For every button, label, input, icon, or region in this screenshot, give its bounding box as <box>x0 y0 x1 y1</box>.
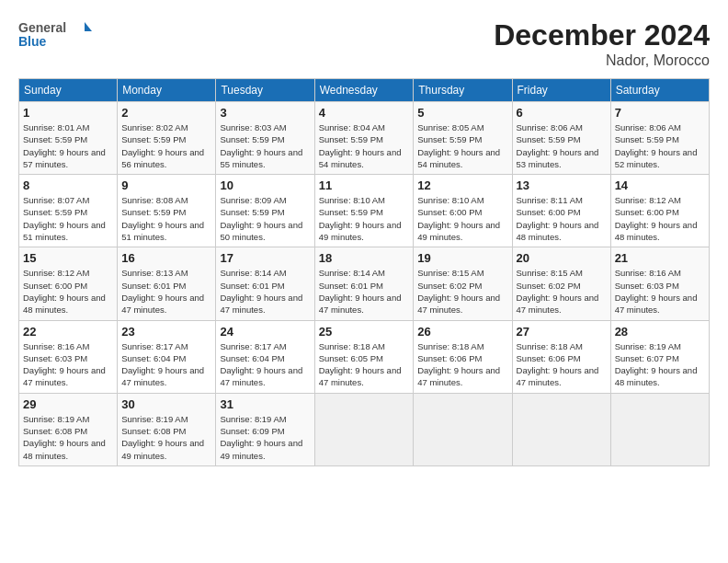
calendar-cell: 10 Sunrise: 8:09 AMSunset: 5:59 PMDaylig… <box>216 175 314 247</box>
day-number: 6 <box>517 106 607 120</box>
day-number: 24 <box>220 325 310 339</box>
calendar-cell: 4 Sunrise: 8:04 AMSunset: 5:59 PMDayligh… <box>314 102 414 175</box>
day-number: 29 <box>23 397 113 411</box>
calendar-cell: 18 Sunrise: 8:14 AMSunset: 6:01 PMDaylig… <box>314 247 414 320</box>
day-info: Sunrise: 8:10 AMSunset: 5:59 PMDaylight:… <box>319 194 410 243</box>
day-number: 16 <box>121 251 211 265</box>
calendar-cell: 5 Sunrise: 8:05 AMSunset: 5:59 PMDayligh… <box>414 102 512 175</box>
calendar-cell <box>314 393 414 465</box>
day-info: Sunrise: 8:12 AMSunset: 6:00 PMDaylight:… <box>23 267 113 316</box>
calendar-week-row: 29 Sunrise: 8:19 AMSunset: 6:08 PMDaylig… <box>19 393 710 465</box>
header: General Blue December 2024 Nador, Morocc… <box>18 18 710 69</box>
day-info: Sunrise: 8:08 AMSunset: 5:59 PMDaylight:… <box>121 194 211 243</box>
day-number: 21 <box>615 251 705 265</box>
day-number: 30 <box>121 397 211 411</box>
calendar-week-row: 8 Sunrise: 8:07 AMSunset: 5:59 PMDayligh… <box>19 175 710 247</box>
calendar-cell: 25 Sunrise: 8:18 AMSunset: 6:05 PMDaylig… <box>314 320 414 393</box>
day-number: 27 <box>517 325 607 339</box>
calendar-cell: 28 Sunrise: 8:19 AMSunset: 6:07 PMDaylig… <box>610 320 709 393</box>
day-number: 28 <box>615 325 705 339</box>
col-saturday: Saturday <box>610 79 709 102</box>
day-info: Sunrise: 8:16 AMSunset: 6:03 PMDaylight:… <box>615 267 705 316</box>
day-info: Sunrise: 8:18 AMSunset: 6:06 PMDaylight:… <box>417 340 507 389</box>
calendar-cell: 13 Sunrise: 8:11 AMSunset: 6:00 PMDaylig… <box>512 175 610 247</box>
calendar-cell <box>512 393 610 465</box>
day-info: Sunrise: 8:04 AMSunset: 5:59 PMDaylight:… <box>319 121 410 170</box>
calendar-cell: 1 Sunrise: 8:01 AMSunset: 5:59 PMDayligh… <box>19 102 118 175</box>
svg-marker-2 <box>85 22 92 31</box>
day-number: 20 <box>517 251 607 265</box>
day-info: Sunrise: 8:14 AMSunset: 6:01 PMDaylight:… <box>220 267 310 316</box>
calendar-header-row: Sunday Monday Tuesday Wednesday Thursday… <box>19 79 710 102</box>
day-info: Sunrise: 8:15 AMSunset: 6:02 PMDaylight:… <box>517 267 607 316</box>
month-title: December 2024 <box>494 18 710 52</box>
calendar-cell: 20 Sunrise: 8:15 AMSunset: 6:02 PMDaylig… <box>512 247 610 320</box>
calendar-cell: 11 Sunrise: 8:10 AMSunset: 5:59 PMDaylig… <box>314 175 414 247</box>
day-info: Sunrise: 8:07 AMSunset: 5:59 PMDaylight:… <box>23 194 113 243</box>
col-wednesday: Wednesday <box>314 79 414 102</box>
day-number: 4 <box>319 106 410 120</box>
day-number: 23 <box>121 325 211 339</box>
day-number: 14 <box>615 178 705 192</box>
day-number: 13 <box>517 178 607 192</box>
calendar-cell: 31 Sunrise: 8:19 AMSunset: 6:09 PMDaylig… <box>216 393 314 465</box>
day-info: Sunrise: 8:19 AMSunset: 6:08 PMDaylight:… <box>121 413 211 462</box>
day-number: 22 <box>23 325 113 339</box>
day-info: Sunrise: 8:11 AMSunset: 6:00 PMDaylight:… <box>517 194 607 243</box>
calendar-cell: 27 Sunrise: 8:18 AMSunset: 6:06 PMDaylig… <box>512 320 610 393</box>
day-number: 12 <box>417 178 507 192</box>
logo: General Blue <box>18 18 92 52</box>
calendar-cell: 21 Sunrise: 8:16 AMSunset: 6:03 PMDaylig… <box>610 247 709 320</box>
calendar-cell: 15 Sunrise: 8:12 AMSunset: 6:00 PMDaylig… <box>19 247 118 320</box>
page: General Blue December 2024 Nador, Morocc… <box>0 0 728 563</box>
calendar-cell: 9 Sunrise: 8:08 AMSunset: 5:59 PMDayligh… <box>118 175 216 247</box>
day-number: 15 <box>23 251 113 265</box>
day-info: Sunrise: 8:16 AMSunset: 6:03 PMDaylight:… <box>23 340 113 389</box>
calendar-cell <box>610 393 709 465</box>
calendar-cell: 24 Sunrise: 8:17 AMSunset: 6:04 PMDaylig… <box>216 320 314 393</box>
col-tuesday: Tuesday <box>216 79 314 102</box>
day-number: 17 <box>220 251 310 265</box>
calendar-cell: 22 Sunrise: 8:16 AMSunset: 6:03 PMDaylig… <box>19 320 118 393</box>
day-info: Sunrise: 8:13 AMSunset: 6:01 PMDaylight:… <box>121 267 211 316</box>
calendar-cell: 30 Sunrise: 8:19 AMSunset: 6:08 PMDaylig… <box>118 393 216 465</box>
calendar-cell: 16 Sunrise: 8:13 AMSunset: 6:01 PMDaylig… <box>118 247 216 320</box>
day-number: 18 <box>319 251 410 265</box>
calendar-cell: 12 Sunrise: 8:10 AMSunset: 6:00 PMDaylig… <box>414 175 512 247</box>
calendar-cell: 29 Sunrise: 8:19 AMSunset: 6:08 PMDaylig… <box>19 393 118 465</box>
day-info: Sunrise: 8:09 AMSunset: 5:59 PMDaylight:… <box>220 194 310 243</box>
col-friday: Friday <box>512 79 610 102</box>
calendar-week-row: 22 Sunrise: 8:16 AMSunset: 6:03 PMDaylig… <box>19 320 710 393</box>
svg-text:Blue: Blue <box>18 34 47 49</box>
day-info: Sunrise: 8:18 AMSunset: 6:06 PMDaylight:… <box>517 340 607 389</box>
day-number: 31 <box>220 397 310 411</box>
day-number: 19 <box>417 251 507 265</box>
calendar-week-row: 1 Sunrise: 8:01 AMSunset: 5:59 PMDayligh… <box>19 102 710 175</box>
col-sunday: Sunday <box>19 79 118 102</box>
day-info: Sunrise: 8:19 AMSunset: 6:07 PMDaylight:… <box>615 340 705 389</box>
day-info: Sunrise: 8:01 AMSunset: 5:59 PMDaylight:… <box>23 121 113 170</box>
day-info: Sunrise: 8:05 AMSunset: 5:59 PMDaylight:… <box>417 121 507 170</box>
day-number: 7 <box>615 106 705 120</box>
calendar-cell: 7 Sunrise: 8:06 AMSunset: 5:59 PMDayligh… <box>610 102 709 175</box>
day-number: 9 <box>121 178 211 192</box>
calendar-cell: 8 Sunrise: 8:07 AMSunset: 5:59 PMDayligh… <box>19 175 118 247</box>
calendar-cell: 23 Sunrise: 8:17 AMSunset: 6:04 PMDaylig… <box>118 320 216 393</box>
calendar-cell <box>414 393 512 465</box>
calendar-cell: 3 Sunrise: 8:03 AMSunset: 5:59 PMDayligh… <box>216 102 314 175</box>
day-info: Sunrise: 8:02 AMSunset: 5:59 PMDaylight:… <box>121 121 211 170</box>
day-info: Sunrise: 8:12 AMSunset: 6:00 PMDaylight:… <box>615 194 705 243</box>
location: Nador, Morocco <box>494 52 710 69</box>
day-info: Sunrise: 8:17 AMSunset: 6:04 PMDaylight:… <box>121 340 211 389</box>
day-info: Sunrise: 8:06 AMSunset: 5:59 PMDaylight:… <box>517 121 607 170</box>
svg-text:General: General <box>18 20 66 35</box>
day-info: Sunrise: 8:19 AMSunset: 6:09 PMDaylight:… <box>220 413 310 462</box>
day-number: 25 <box>319 325 410 339</box>
day-info: Sunrise: 8:19 AMSunset: 6:08 PMDaylight:… <box>23 413 113 462</box>
day-number: 26 <box>417 325 507 339</box>
day-number: 8 <box>23 178 113 192</box>
day-info: Sunrise: 8:06 AMSunset: 5:59 PMDaylight:… <box>615 121 705 170</box>
calendar-cell: 2 Sunrise: 8:02 AMSunset: 5:59 PMDayligh… <box>118 102 216 175</box>
calendar-cell: 17 Sunrise: 8:14 AMSunset: 6:01 PMDaylig… <box>216 247 314 320</box>
logo-svg: General Blue <box>18 18 92 52</box>
